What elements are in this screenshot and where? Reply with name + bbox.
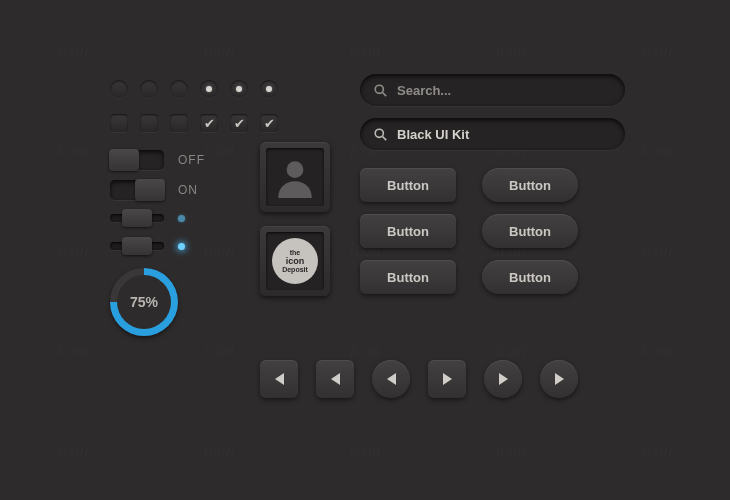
button-5[interactable]: Button	[360, 260, 456, 294]
indicator-dot-dim	[178, 215, 185, 222]
button-4[interactable]: Button	[482, 214, 578, 248]
nav-prev-round[interactable]	[372, 360, 410, 398]
svg-line-2	[383, 92, 387, 96]
arrow-right-icon	[499, 373, 508, 385]
button-6[interactable]: Button	[482, 260, 578, 294]
button-3[interactable]: Button	[360, 214, 456, 248]
arrow-left-icon	[387, 373, 396, 385]
checkbox-2[interactable]	[140, 114, 158, 132]
nav-prev-square-2[interactable]	[316, 360, 354, 398]
button-2[interactable]: Button	[482, 168, 578, 202]
progress-circle: 75%	[110, 268, 178, 336]
slider-1[interactable]	[110, 214, 164, 222]
radio-4[interactable]	[200, 80, 218, 98]
logo-frame[interactable]: the icon Deposit	[260, 226, 330, 296]
toggle-off-label: OFF	[178, 153, 205, 167]
search-icon	[374, 128, 387, 141]
toggle-off[interactable]	[110, 150, 164, 170]
svg-line-4	[383, 136, 387, 140]
nav-next-square[interactable]	[428, 360, 466, 398]
avatar-icon	[274, 156, 316, 198]
nav-prev-square[interactable]	[260, 360, 298, 398]
arrow-right-icon	[443, 373, 452, 385]
checkbox-6[interactable]: ✔	[260, 114, 278, 132]
button-1[interactable]: Button	[360, 168, 456, 202]
arrow-left-icon	[331, 373, 340, 385]
slider-2[interactable]	[110, 242, 164, 250]
search-input[interactable]: Search...	[360, 74, 625, 106]
progress-label: 75%	[117, 275, 171, 329]
nav-next-round[interactable]	[484, 360, 522, 398]
toggle-on-label: ON	[178, 183, 198, 197]
toggle-on[interactable]	[110, 180, 164, 200]
search-value: Black UI Kit	[397, 127, 469, 142]
checkbox-5[interactable]: ✔	[230, 114, 248, 132]
checkbox-3[interactable]	[170, 114, 188, 132]
radio-3[interactable]	[170, 80, 188, 98]
logo-badge: the icon Deposit	[272, 238, 318, 284]
search-icon	[374, 84, 387, 97]
svg-point-3	[375, 129, 383, 137]
radio-5[interactable]	[230, 80, 248, 98]
search-input-filled[interactable]: Black UI Kit	[360, 118, 625, 150]
indicator-dot-bright	[178, 243, 185, 250]
arrow-right-icon	[555, 373, 564, 385]
arrow-left-icon	[275, 373, 284, 385]
svg-point-1	[375, 85, 383, 93]
radio-6[interactable]	[260, 80, 278, 98]
svg-point-0	[287, 161, 304, 178]
nav-next-round-2[interactable]	[540, 360, 578, 398]
radio-1[interactable]	[110, 80, 128, 98]
checkbox-1[interactable]	[110, 114, 128, 132]
search-placeholder: Search...	[397, 83, 451, 98]
avatar-frame[interactable]	[260, 142, 330, 212]
radio-2[interactable]	[140, 80, 158, 98]
checkbox-4[interactable]: ✔	[200, 114, 218, 132]
